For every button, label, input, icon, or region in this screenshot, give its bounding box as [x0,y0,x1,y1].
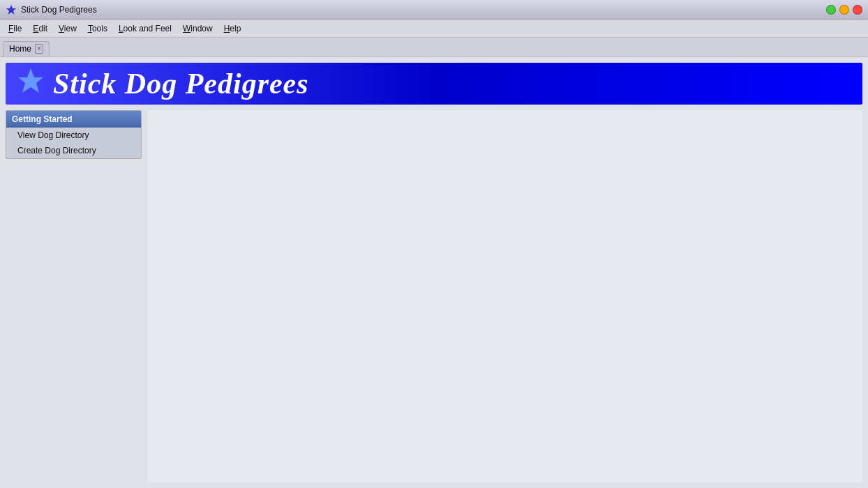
tab-home[interactable]: Home × [3,41,50,56]
sidebar: Getting Started View Dog Directory Creat… [6,110,142,159]
tab-home-close[interactable]: × [35,44,43,54]
banner-icon [17,67,45,101]
banner: Stick Dog Pedigrees [6,63,862,105]
main-area: Stick Dog Pedigrees Getting Started View… [0,57,868,488]
menu-look-and-feel[interactable]: Look and Feel [113,22,177,36]
sidebar-link-view-dog-directory[interactable]: View Dog Directory [6,128,141,143]
menu-window[interactable]: Window [177,22,218,36]
title-bar: Stick Dog Pedigrees [0,0,868,20]
sidebar-link-create-dog-directory[interactable]: Create Dog Directory [6,143,141,158]
window-controls [826,5,862,15]
menu-bar: File Edit View Tools Look and Feel Windo… [0,20,868,38]
svg-marker-1 [18,68,43,93]
sidebar-header: Getting Started [6,111,141,128]
menu-edit[interactable]: Edit [27,22,53,36]
menu-tools[interactable]: Tools [82,22,113,36]
app-title: Stick Dog Pedigrees [21,5,826,15]
minimize-button[interactable] [839,5,849,15]
close-button[interactable] [853,5,862,15]
content-row: Getting Started View Dog Directory Creat… [0,105,868,488]
menu-file[interactable]: File [3,22,27,36]
app-icon [6,4,17,15]
banner-title: Stick Dog Pedigrees [53,67,309,100]
maximize-button[interactable] [826,5,836,15]
menu-help[interactable]: Help [218,22,247,36]
tab-home-label: Home [9,44,31,54]
menu-view[interactable]: View [53,22,82,36]
svg-marker-0 [6,5,16,15]
main-panel [147,110,862,482]
tab-bar: Home × [0,38,868,57]
